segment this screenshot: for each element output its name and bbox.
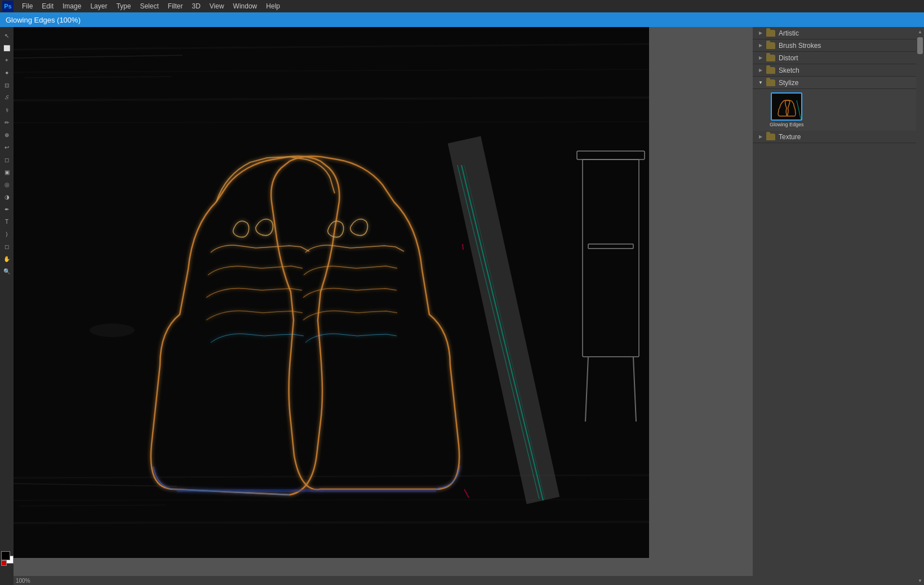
folder-icon-sketch: [766, 67, 775, 74]
svg-rect-24: [772, 94, 802, 121]
expand-arrow-artistic: ▶: [757, 30, 764, 37]
menubar: Ps File Edit Image Layer Type Select Fil…: [0, 0, 924, 12]
category-label-texture: Texture: [779, 133, 801, 141]
filter-category-artistic[interactable]: ▶ Artistic: [753, 27, 916, 39]
shape-tool[interactable]: ◻: [1, 241, 12, 252]
brush-tool[interactable]: ✏: [1, 117, 12, 128]
expand-arrow-texture: ▶: [757, 134, 764, 140]
quick-mask-icon[interactable]: [1, 560, 7, 566]
crop-tool[interactable]: ⊡: [1, 79, 12, 91]
eyedropper-tool[interactable]: 𝓢: [1, 92, 12, 103]
filter-category-brush-strokes[interactable]: ▶ Brush Strokes: [753, 39, 916, 52]
category-label-distort: Distort: [779, 54, 798, 62]
marquee-tool[interactable]: ⬜: [1, 42, 12, 54]
svg-line-17: [463, 244, 463, 250]
filter-category-stylize[interactable]: ▼ Stylize: [753, 77, 916, 89]
menu-help[interactable]: Help: [262, 1, 284, 11]
filter-category-texture[interactable]: ▶ Texture: [753, 131, 916, 143]
folder-icon-distort: [766, 55, 775, 61]
folder-icon-texture: [766, 134, 775, 140]
menu-type[interactable]: Type: [112, 1, 135, 11]
gradient-tool[interactable]: ▣: [1, 166, 12, 178]
filter-category-sketch[interactable]: ▶ Sketch: [753, 64, 916, 77]
menu-image[interactable]: Image: [59, 1, 85, 11]
pen-tool[interactable]: ✒: [1, 203, 12, 215]
canvas-area: 100%: [14, 27, 753, 585]
filter-category-distort[interactable]: ▶ Distort: [753, 52, 916, 64]
hand-tool[interactable]: ✋: [1, 253, 12, 264]
canvas-status-bar: 100%: [14, 576, 753, 585]
menu-file[interactable]: File: [18, 1, 37, 11]
category-label-artistic: Artistic: [779, 29, 799, 37]
filter-gallery-panel: ▶ Artistic ▶ Brush Strokes ▶ Distort ▶ S…: [753, 27, 916, 585]
stylize-filter-list: Glowing Edges: [753, 89, 916, 131]
menu-window[interactable]: Window: [229, 1, 261, 11]
left-toolbar: ↖ ⬜ ⌖ ✦ ⊡ 𝓢 ⚕ ✏ ⊕ ↩ ◻ ▣ ◎ ◑ ✒ T ⟩ ◻ ✋ 🔍: [0, 27, 14, 585]
dodge-tool[interactable]: ◑: [1, 191, 12, 202]
blur-tool[interactable]: ◎: [1, 179, 12, 190]
menu-select[interactable]: Select: [136, 1, 162, 11]
title-bar: Glowing Edges (100%): [0, 12, 924, 27]
document-title: Glowing Edges (100%): [6, 16, 81, 24]
path-select-tool[interactable]: ⟩: [1, 228, 12, 240]
menu-3d[interactable]: 3D: [188, 1, 204, 11]
canvas-wrapper: [14, 27, 649, 558]
lasso-tool[interactable]: ⌖: [1, 55, 12, 66]
expand-arrow-sketch: ▶: [757, 67, 764, 74]
expand-arrow-stylize: ▼: [757, 79, 764, 86]
menu-filter[interactable]: Filter: [164, 1, 187, 11]
category-label-stylize: Stylize: [779, 79, 798, 87]
right-scrollbar[interactable]: ▲ ▼: [916, 27, 924, 585]
main-area: ↖ ⬜ ⌖ ✦ ⊡ 𝓢 ⚕ ✏ ⊕ ↩ ◻ ▣ ◎ ◑ ✒ T ⟩ ◻ ✋ 🔍: [0, 27, 924, 585]
menu-edit[interactable]: Edit: [38, 1, 57, 11]
clone-tool[interactable]: ⊕: [1, 129, 12, 140]
menu-view[interactable]: View: [206, 1, 228, 11]
folder-icon-artistic: [766, 30, 775, 37]
glowing-edges-preview: [771, 92, 802, 121]
svg-line-7: [14, 522, 649, 523]
filter-thumbnail-glowing-edges[interactable]: Glowing Edges: [770, 92, 804, 127]
glowing-edges-label: Glowing Edges: [770, 122, 804, 127]
move-tool[interactable]: ↖: [1, 30, 12, 41]
expand-arrow-distort: ▶: [757, 55, 764, 61]
expand-arrow-brush-strokes: ▶: [757, 42, 764, 49]
eraser-tool[interactable]: ◻: [1, 154, 12, 165]
svg-point-12: [90, 323, 135, 337]
magic-wand-tool[interactable]: ✦: [1, 67, 12, 78]
ps-logo: Ps: [2, 1, 14, 12]
foreground-color-swatch[interactable]: [1, 551, 10, 560]
folder-icon-stylize: [766, 79, 775, 86]
category-label-brush-strokes: Brush Strokes: [779, 42, 821, 50]
zoom-tool[interactable]: 🔍: [1, 265, 12, 277]
history-brush-tool[interactable]: ↩: [1, 141, 12, 153]
photo-canvas: [14, 27, 649, 558]
menu-layer[interactable]: Layer: [86, 1, 111, 11]
scroll-up-arrow[interactable]: ▲: [917, 28, 923, 35]
scroll-thumb[interactable]: [917, 37, 923, 54]
zoom-level: 100%: [16, 578, 30, 584]
spot-heal-tool[interactable]: ⚕: [1, 104, 12, 116]
scroll-down-arrow[interactable]: ▼: [917, 577, 923, 584]
text-tool[interactable]: T: [1, 216, 12, 227]
folder-icon-brush-strokes: [766, 42, 775, 49]
category-label-sketch: Sketch: [779, 67, 799, 74]
glow-edges-svg: [14, 27, 649, 558]
